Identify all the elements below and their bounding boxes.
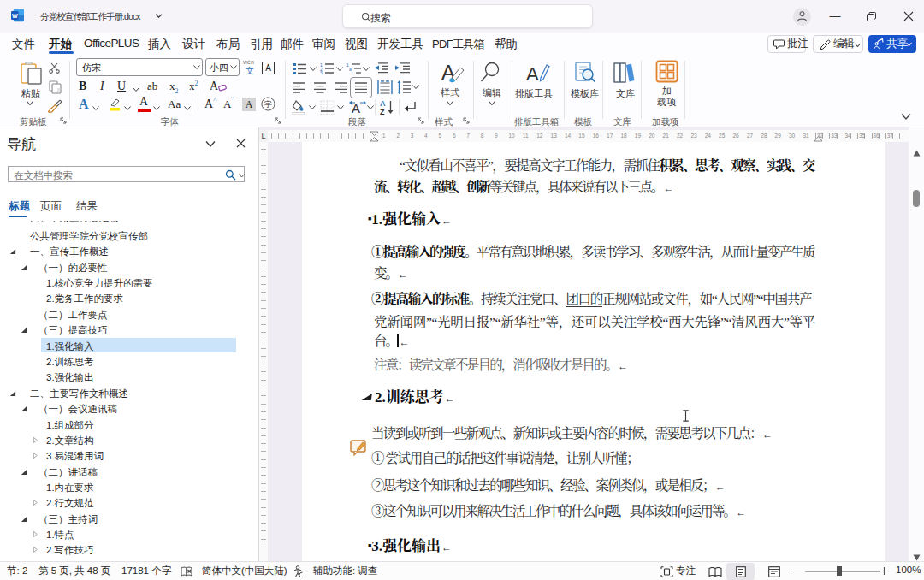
svg-text:W: W — [12, 13, 18, 20]
svg-text:A: A — [526, 63, 539, 85]
svg-text:i: i — [352, 70, 352, 74]
svg-text:Z: Z — [380, 108, 385, 115]
svg-text:字: 字 — [264, 100, 272, 109]
svg-text:A: A — [380, 99, 386, 108]
svg-text:3: 3 — [320, 70, 323, 74]
